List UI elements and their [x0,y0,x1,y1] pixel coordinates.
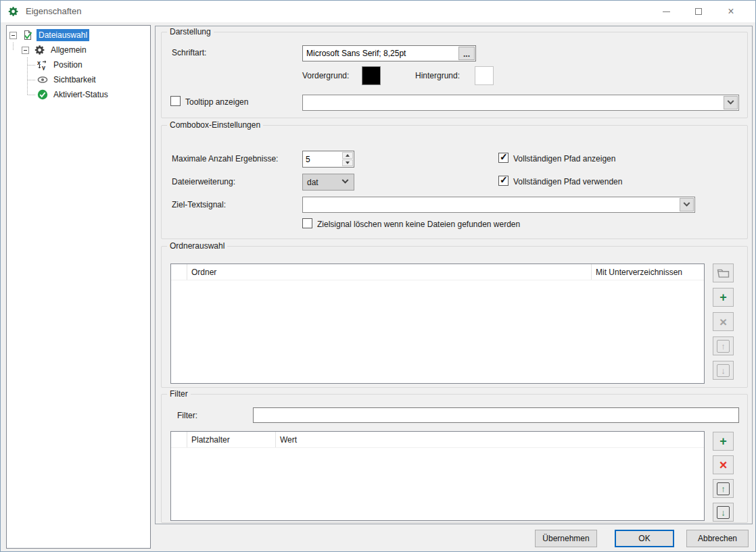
maximize-icon [695,8,702,15]
font-input[interactable] [303,46,458,61]
arrow-up-icon [346,154,350,157]
dropdown-button[interactable] [680,198,694,211]
tree-connector [13,43,14,50]
vordergrund-label: Vordergrund: [302,71,349,80]
tree-item-allgemein[interactable]: Allgemein [7,43,150,57]
cancel-button[interactable]: Abbrechen [686,530,749,547]
dateierweiterung-dropdown[interactable]: dat [302,174,354,191]
column-header-ordner[interactable]: Ordner [187,264,592,280]
tree-connector [28,80,35,80]
filter-list[interactable]: Platzhalter Wert [170,431,705,521]
apply-button[interactable]: Übernehmen [535,530,597,547]
max-ergebnisse-spinner [302,151,354,168]
close-button[interactable]: × [715,1,747,22]
tree-collapse-icon[interactable] [9,32,17,39]
gear-icon [34,45,45,56]
filter-move-up-button[interactable]: ↑ [713,479,734,498]
check-circle-icon [37,89,48,101]
filter-remove-button[interactable]: × [713,455,734,474]
background-color-swatch[interactable] [475,66,494,85]
spin-up-button[interactable] [342,152,353,159]
ok-button[interactable]: OK [615,530,674,547]
pfad-anzeigen-checkbox[interactable]: ✓ [498,153,509,163]
row-header-stub [171,432,187,447]
column-header-wert[interactable]: Wert [276,432,704,447]
column-header-platzhalter[interactable]: Platzhalter [187,432,276,447]
tree-item-label: Position [51,59,85,71]
ziel-textsignal-label: Ziel-Textsignal: [172,200,226,209]
font-field: ... [302,45,476,61]
titlebar[interactable]: Eigenschaften × [1,1,755,22]
plus-icon: + [719,291,727,303]
folder-add-button[interactable]: + [713,288,734,307]
folder-icon [717,268,730,278]
arrow-down-icon: ↓ [717,364,730,377]
arrow-down-icon [346,161,350,164]
tree-connector [28,65,35,66]
minimize-icon [663,11,670,12]
hintergrund-label: Hintergrund: [415,71,460,80]
property-tree: Dateiauswahl Allgemein xy Position Sicht… [6,25,151,549]
pfad-verwenden-checkbox[interactable]: ✓ [498,176,509,186]
properties-dialog: Eigenschaften × Dateiauswahl Allgemein [0,0,756,552]
tooltip-combobox[interactable] [302,95,739,111]
tree-item-label: Aktiviert-Status [51,89,110,101]
arrow-up-icon: ↑ [717,482,730,495]
maximize-button[interactable] [682,1,715,22]
dateierweiterung-label: Dateierweiterung: [172,177,235,186]
tree-collapse-icon[interactable] [22,47,29,54]
ziel-textsignal-combobox[interactable] [302,197,695,213]
arrow-up-icon: ↑ [717,340,730,353]
folder-remove-button[interactable]: × [713,312,734,331]
group-title: Darstellung [167,27,214,36]
minimize-button[interactable] [650,1,682,22]
tooltip-checkbox[interactable] [170,96,181,106]
filter-add-button[interactable]: + [713,432,734,451]
settings-panel: Darstellung Schriftart: ... Vordergrund:… [155,26,753,524]
x-icon: × [719,459,728,471]
column-header-unterverzeichnisse[interactable]: Mit Unterverzeichnissen [592,264,704,280]
group-title: Filter [167,389,191,399]
folder-list[interactable]: Ordner Mit Unterverzeichnissen [170,264,705,384]
folder-move-up-button[interactable]: ↑ [713,336,734,355]
foreground-color-swatch[interactable] [362,66,381,85]
arrow-down-icon: ↓ [717,506,730,519]
tree-item-label: Dateiauswahl [37,29,89,41]
filter-label: Filter: [177,411,197,420]
x-icon: × [719,317,727,327]
spin-down-button[interactable] [342,159,353,166]
file-check-icon [22,30,33,41]
chevron-down-icon [728,97,734,104]
svg-text:y: y [42,64,45,70]
plus-icon: + [719,435,727,447]
tree-item-label: Allgemein [49,44,89,56]
folder-move-down-button[interactable]: ↓ [713,361,734,380]
zielsignal-loeschen-checkbox[interactable] [302,218,312,228]
chevron-down-icon [684,199,690,206]
pfad-anzeigen-label: Vollständigen Pfad anzeigen [513,154,615,164]
pfad-verwenden-label: Vollständigen Pfad verwenden [513,177,622,186]
xy-position-icon: xy [37,59,48,71]
tree-connector [27,57,28,95]
tooltip-checkbox-label: Tooltipp anzeigen [185,97,248,107]
schriftart-label: Schriftart: [172,48,206,57]
group-title: Ordnerauswahl [167,241,227,251]
filter-input[interactable] [253,407,739,423]
tree-item-dateiauswahl[interactable]: Dateiauswahl [7,28,150,43]
eye-icon [37,74,48,86]
folder-browse-button[interactable] [713,264,734,282]
dropdown-button[interactable] [724,96,738,109]
group-title: Combobox-Einstellungen [167,120,263,130]
tree-item-label: Sichtbarkeit [51,74,98,86]
max-ergebnisse-label: Maximale Anzahl Ergebnisse: [172,154,278,164]
row-header-stub [171,264,187,280]
zielsignal-loeschen-label: Zielsignal löschen wenn keine Dateien ge… [317,220,520,229]
gear-app-icon [8,6,19,17]
tree-connector [28,95,35,95]
filter-move-down-button[interactable]: ↓ [713,503,734,522]
close-icon: × [728,6,734,17]
max-ergebnisse-input[interactable] [303,151,341,167]
font-browse-button[interactable]: ... [458,47,475,60]
window-title: Eigenschaften [26,6,81,16]
svg-text:x: x [37,59,41,66]
